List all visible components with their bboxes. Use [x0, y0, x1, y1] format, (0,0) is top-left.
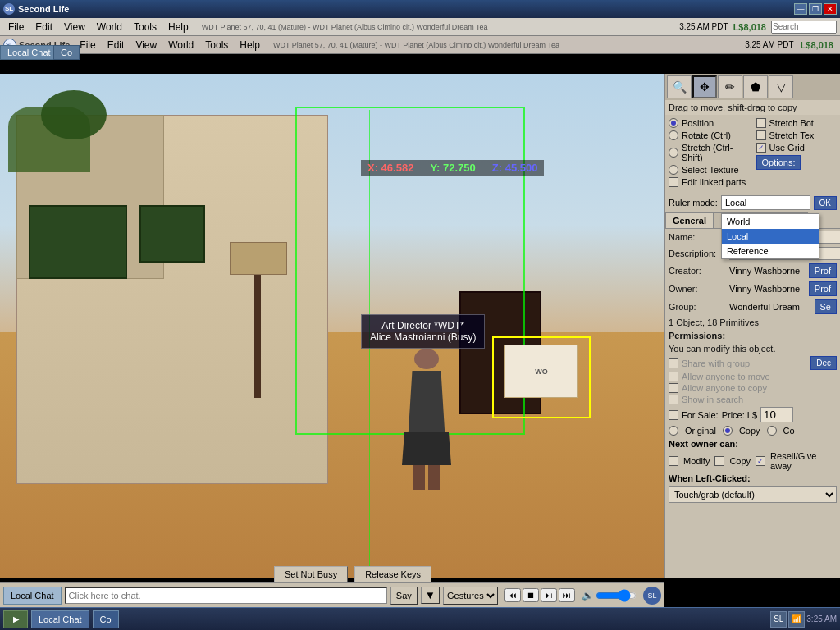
- time-display1: 3:25 AM PDT: [679, 22, 728, 31]
- local-chat-btn[interactable]: Local Chat: [3, 587, 62, 605]
- checkbox-forsale[interactable]: [669, 410, 678, 420]
- checkbox-edit-linked[interactable]: [669, 177, 678, 187]
- price-label: Price: L$: [722, 410, 757, 420]
- group-btn[interactable]: Se: [815, 299, 837, 314]
- perm-search-label: Show in search: [682, 395, 743, 404]
- label-copy: Copy: [739, 426, 760, 436]
- local-chat-tab[interactable]: Local Chat: [0, 45, 58, 60]
- group-value: Wonderful Dream: [729, 302, 811, 312]
- ruler-dropdown-reference[interactable]: Reference: [722, 244, 819, 258]
- tool-edit[interactable]: ✏: [718, 75, 742, 98]
- gestures-select[interactable]: Gestures: [443, 587, 498, 605]
- perm-share-label: Share with group: [682, 358, 750, 368]
- checkbox-move[interactable]: [669, 372, 678, 381]
- char-leg-right: [428, 465, 440, 490]
- ruler-confirm-button[interactable]: OK: [814, 196, 837, 210]
- checkbox-use-grid[interactable]: ✓: [756, 143, 766, 153]
- when-clicked-select[interactable]: Touch/grab (default) Sit on object Buy o…: [669, 486, 837, 503]
- option-stretch-bot: Stretch Bot: [756, 118, 838, 128]
- radio-rotate[interactable]: [669, 130, 678, 140]
- restore-btn[interactable]: ❐: [809, 3, 822, 15]
- taskbar-co[interactable]: Co: [93, 610, 119, 628]
- price-input[interactable]: [760, 407, 793, 422]
- close-btn[interactable]: ✕: [824, 3, 837, 15]
- checkbox-search[interactable]: [669, 395, 678, 404]
- checkbox-resell[interactable]: ✓: [756, 456, 765, 466]
- radio-copy[interactable]: [723, 426, 733, 436]
- menu-world[interactable]: World: [92, 20, 127, 34]
- tree2: [41, 90, 107, 139]
- search-input[interactable]: [771, 21, 837, 34]
- ruler-dropdown-world[interactable]: World: [722, 214, 819, 229]
- media-next[interactable]: ⏭: [559, 588, 575, 602]
- menu-tools[interactable]: Tools: [129, 20, 162, 34]
- radio-select-texture[interactable]: [669, 165, 678, 175]
- menu-edit[interactable]: Edit: [30, 20, 57, 34]
- option-select-texture: Select Texture: [669, 165, 750, 175]
- start-btn[interactable]: ▶: [3, 610, 28, 628]
- checkbox-modify[interactable]: [669, 456, 678, 466]
- ruler-dropdown-local[interactable]: Local: [722, 229, 819, 244]
- media-stop[interactable]: ⏹: [523, 588, 539, 602]
- desc-label: Description:: [669, 249, 726, 258]
- label-original: Original: [685, 426, 716, 436]
- radio-co[interactable]: [767, 426, 777, 436]
- menu2-edit[interactable]: Edit: [103, 38, 130, 52]
- menu-view[interactable]: View: [59, 20, 90, 34]
- checkbox-next-copy[interactable]: [714, 456, 724, 466]
- checkbox-copy[interactable]: [669, 383, 678, 393]
- viewport[interactable]: WO X: 46.582 Y: 72.750 Z: 45.500 Art Dir…: [0, 74, 664, 578]
- menubar1: File Edit View World Tools Help WDT Plan…: [0, 18, 840, 36]
- object-info: 1 Object, 18 Primitives: [665, 316, 840, 329]
- menu2-tools[interactable]: Tools: [200, 38, 233, 52]
- menu2-view[interactable]: View: [130, 38, 162, 52]
- tray-sl[interactable]: SL: [770, 611, 787, 628]
- media-play[interactable]: ⏯: [541, 588, 557, 602]
- tab-general[interactable]: General: [665, 212, 714, 228]
- options-button[interactable]: Options:: [756, 155, 801, 170]
- coords-bar: X: 46.582 Y: 72.750 Z: 45.500: [361, 160, 544, 176]
- volume-slider[interactable]: [596, 591, 637, 600]
- chat-input[interactable]: [65, 587, 387, 604]
- say-btn[interactable]: Say: [390, 587, 418, 605]
- debit-btn[interactable]: Dec: [810, 356, 837, 370]
- tool-move[interactable]: ✥: [692, 75, 717, 98]
- checkbox-stretch-bot[interactable]: [756, 118, 766, 128]
- creator-profile-btn[interactable]: Prof: [809, 263, 837, 278]
- stretch-tex-label: Stretch Tex: [769, 130, 815, 140]
- app-icon: SL: [3, 3, 15, 15]
- menu2-world[interactable]: World: [163, 38, 199, 52]
- tray-net[interactable]: 📶: [788, 611, 805, 628]
- checkbox-share[interactable]: [669, 358, 678, 368]
- tool-focus[interactable]: 🔍: [667, 75, 692, 98]
- minimize-btn[interactable]: —: [794, 3, 807, 15]
- window-title: Second Life: [18, 4, 69, 14]
- sl-comm-icon[interactable]: SL: [643, 587, 661, 605]
- radio-original[interactable]: [669, 426, 678, 436]
- system-tray: SL 📶 3:25 AM: [770, 611, 837, 628]
- checkbox-stretch-tex[interactable]: [756, 130, 766, 140]
- tool-land[interactable]: ▽: [769, 75, 793, 98]
- radio-stretch[interactable]: [669, 148, 678, 158]
- media-prev[interactable]: ⏮: [504, 588, 521, 602]
- release-keys-btn[interactable]: Release Keys: [354, 566, 431, 582]
- owner-label: Owner:: [669, 284, 726, 294]
- sel-line-horizontal: [0, 304, 664, 304]
- taskbar-local-chat[interactable]: Local Chat: [31, 610, 89, 628]
- right-panel: 🔍 ✥ ✏ ⬟ ▽ Drag to move, shift-drag to co…: [664, 74, 840, 578]
- menu-help[interactable]: Help: [163, 20, 194, 34]
- radio-position[interactable]: [669, 118, 678, 128]
- owner-profile-btn[interactable]: Prof: [809, 281, 837, 296]
- say-arrow-btn[interactable]: ▼: [421, 587, 440, 604]
- set-not-busy-btn[interactable]: Set Not Busy: [274, 566, 348, 582]
- ruler-select[interactable]: World Local Reference: [721, 195, 810, 210]
- menu-file[interactable]: File: [3, 20, 29, 34]
- menubar2: SL Second Life File Edit View World Tool…: [0, 36, 840, 54]
- menu2-help[interactable]: Help: [235, 38, 265, 52]
- tool-create[interactable]: ⬟: [743, 75, 768, 98]
- creator-label: Creator:: [669, 266, 726, 276]
- taskbar-co-label: Co: [100, 614, 112, 624]
- ruler-select-wrap: World Local Reference World Local Refere…: [721, 195, 810, 210]
- co-tab[interactable]: Co: [53, 45, 80, 60]
- perm-move: Allow anyone to move: [665, 371, 840, 382]
